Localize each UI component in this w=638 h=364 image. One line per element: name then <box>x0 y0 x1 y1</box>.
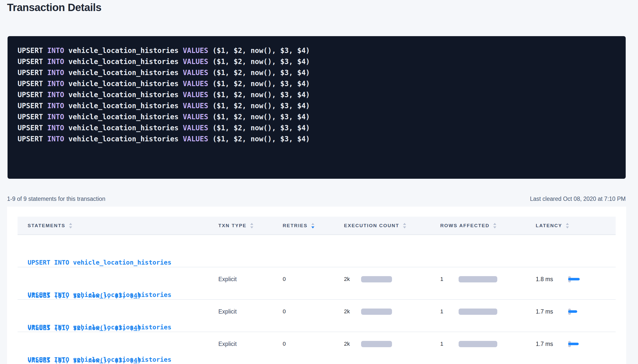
latency-chart <box>568 274 571 284</box>
rows-affected-cell: 1 <box>440 341 536 347</box>
summary-row: 1-9 of 9 statements for this transaction… <box>7 196 626 202</box>
statements-count-text: 1-9 of 9 statements for this transaction <box>7 196 105 202</box>
last-cleared-text: Last cleared Oct 08, 2020 at 7:10 PM <box>530 196 626 202</box>
page-title: Transaction Details <box>7 2 102 14</box>
sort-desc-caret-icon <box>403 226 406 228</box>
code-lines: UPSERT INTO vehicle_location_histories V… <box>18 45 616 145</box>
latency-bar <box>568 278 580 280</box>
retries-cell: 0 <box>283 341 344 347</box>
rows-affected-cell: 1 <box>440 276 536 282</box>
execution-count-cell: 2k <box>344 276 440 282</box>
txn-type-cell: Explicit <box>218 308 283 315</box>
statements-table-card: STATEMENTS TXN TYPE RETRIES EXECUTION CO… <box>7 207 626 364</box>
sort-desc-caret-icon <box>566 226 569 228</box>
execution-count-bar <box>361 341 392 347</box>
execution-count-cell: 2k <box>344 308 440 315</box>
statement-link[interactable]: UPSERT INTO vehicle_location_histories V… <box>28 332 218 364</box>
column-header-execution-count[interactable]: EXECUTION COUNT <box>344 223 440 228</box>
rows-affected-value: 1 <box>440 308 459 315</box>
sort-asc-caret-icon <box>493 223 496 225</box>
table-row: UPSERT INTO vehicle_location_histories V… <box>18 300 616 332</box>
column-header-txn-type[interactable]: TXN TYPE <box>218 223 283 228</box>
rows-affected-bar <box>459 341 497 347</box>
sort-icon[interactable] <box>493 223 496 228</box>
rows-affected-cell: 1 <box>440 308 536 315</box>
code-line: UPSERT INTO vehicle_location_histories V… <box>18 111 616 123</box>
table-header-row: STATEMENTS TXN TYPE RETRIES EXECUTION CO… <box>18 217 616 235</box>
execution-count-value: 2k <box>344 308 361 315</box>
latency-cell: 1.7 ms <box>536 339 616 349</box>
latency-cell: 1.8 ms <box>536 274 616 284</box>
latency-bar <box>568 343 579 345</box>
sort-icon[interactable] <box>566 223 569 228</box>
statement-cell: UPSERT INTO vehicle_location_histories V… <box>18 332 218 364</box>
retries-cell: 0 <box>283 276 344 282</box>
sort-asc-caret-icon <box>69 223 72 225</box>
sort-icon[interactable] <box>250 223 253 228</box>
txn-type-cell: Explicit <box>218 341 283 347</box>
latency-value: 1.8 ms <box>536 276 568 283</box>
rows-affected-bar <box>459 309 497 315</box>
sort-asc-caret-icon <box>250 223 253 225</box>
column-header-retries[interactable]: RETRIES <box>283 223 344 228</box>
code-line: UPSERT INTO vehicle_location_histories V… <box>18 89 616 100</box>
sort-asc-caret-icon <box>403 223 406 225</box>
sort-asc-caret-icon <box>311 223 314 225</box>
execution-count-bar <box>361 309 392 315</box>
sort-icon[interactable] <box>311 223 314 228</box>
column-header-statements[interactable]: STATEMENTS <box>18 223 218 228</box>
table-row: UPSERT INTO vehicle_location_histories V… <box>18 267 616 300</box>
column-header-rows-affected[interactable]: ROWS AFFECTED <box>440 223 536 228</box>
sort-desc-caret-icon <box>493 226 496 228</box>
sort-asc-caret-icon <box>566 223 569 225</box>
sort-desc-caret-icon <box>69 226 72 228</box>
code-line: UPSERT INTO vehicle_location_histories V… <box>18 100 616 111</box>
rows-affected-bar <box>459 276 497 282</box>
rows-affected-value: 1 <box>440 276 459 282</box>
sort-desc-caret-icon <box>250 226 253 228</box>
rows-affected-value: 1 <box>440 341 459 347</box>
latency-chart <box>568 307 571 317</box>
txn-type-cell: Explicit <box>218 276 283 283</box>
code-line: UPSERT INTO vehicle_location_histories V… <box>18 123 616 134</box>
sort-desc-caret-icon <box>311 226 314 228</box>
latency-value: 1.7 ms <box>536 341 568 347</box>
code-line: UPSERT INTO vehicle_location_histories V… <box>18 67 616 78</box>
column-header-latency[interactable]: LATENCY <box>536 223 616 228</box>
table-body: UPSERT INTO vehicle_location_histories V… <box>18 235 616 364</box>
code-line: UPSERT INTO vehicle_location_histories V… <box>18 45 616 56</box>
sort-icon[interactable] <box>403 223 406 228</box>
latency-value: 1.7 ms <box>536 308 568 315</box>
execution-count-cell: 2k <box>344 341 440 347</box>
execution-count-bar <box>361 276 392 282</box>
latency-bar <box>568 310 577 313</box>
table-row: UPSERT INTO vehicle_location_histories V… <box>18 235 616 267</box>
code-line: UPSERT INTO vehicle_location_histories V… <box>18 78 616 89</box>
statements-table: STATEMENTS TXN TYPE RETRIES EXECUTION CO… <box>18 217 616 364</box>
execution-count-value: 2k <box>344 341 361 347</box>
latency-chart <box>568 339 571 349</box>
code-line: UPSERT INTO vehicle_location_histories V… <box>18 56 616 67</box>
latency-cell: 1.7 ms <box>536 307 616 317</box>
sort-icon[interactable] <box>69 223 72 228</box>
execution-count-value: 2k <box>344 276 361 282</box>
code-line: UPSERT INTO vehicle_location_histories V… <box>18 134 616 145</box>
table-row: UPSERT INTO vehicle_location_histories V… <box>18 332 616 364</box>
transaction-statements-code-block: UPSERT INTO vehicle_location_histories V… <box>8 36 626 179</box>
retries-cell: 0 <box>283 308 344 315</box>
